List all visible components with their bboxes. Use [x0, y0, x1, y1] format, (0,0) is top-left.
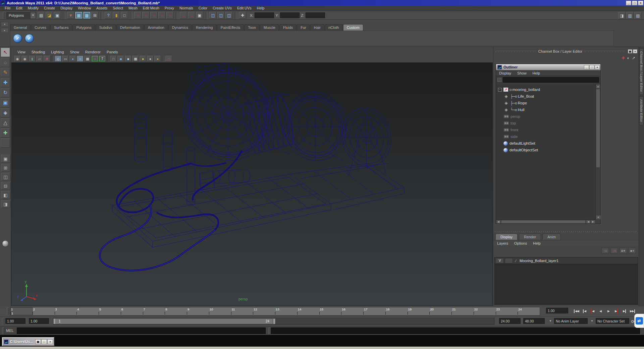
time-slider-drag-handle[interactable] — [7, 308, 9, 314]
collapse-icon[interactable]: − — [498, 88, 502, 92]
2d-pan-zoom-icon[interactable]: ✚ — [44, 56, 50, 62]
outliner-item-front[interactable]: front — [496, 127, 595, 133]
filter-icon[interactable] — [497, 78, 501, 82]
menu-color[interactable]: Color — [196, 6, 210, 11]
menu-help[interactable]: Help — [254, 6, 267, 11]
new-empty-layer-icon[interactable]: ≡+ — [620, 248, 627, 254]
z-input[interactable] — [306, 12, 325, 18]
frame-3[interactable]: 3 — [55, 307, 77, 315]
frame-22[interactable]: 22 — [474, 307, 496, 315]
menu-proxy[interactable]: Proxy — [162, 6, 177, 11]
shelf-tab-polygons[interactable]: Polygons — [72, 24, 95, 31]
snap-to-grids-icon[interactable]: ∩ — [134, 12, 142, 19]
paint-select-tool[interactable]: ✎ — [1, 68, 10, 77]
use-default-material-icon[interactable]: ▩ — [132, 56, 139, 62]
ipr-render-icon[interactable]: ◫ — [217, 12, 225, 19]
frame-9[interactable]: 9 — [187, 307, 209, 315]
menu-create-uvs[interactable]: Create UVs — [210, 6, 234, 11]
toolbar-separator[interactable] — [100, 12, 103, 19]
menu-normals[interactable]: Normals — [177, 6, 196, 11]
animation-start-field[interactable]: 1.00 — [5, 318, 25, 324]
resolution-gate-icon[interactable]: ● — [69, 56, 76, 62]
new-layer-from-selected-icon[interactable]: ●+ — [629, 248, 636, 254]
windows-taskbar[interactable] — [0, 347, 644, 349]
collapsed-explorer-window[interactable]: C:\Users\Us... ▣□× — [2, 337, 54, 346]
panel-divider[interactable] — [495, 231, 637, 232]
mel-label[interactable]: MEL — [6, 329, 14, 333]
bookmarks-icon[interactable]: ▮ — [29, 56, 36, 62]
outliner-close-button[interactable]: × — [595, 65, 600, 69]
tab-attribute-editor[interactable]: Attribute Editor — [639, 96, 644, 125]
scroll-right-icon[interactable]: ▶ — [591, 220, 595, 224]
move-layer-up-icon[interactable]: ↑≡ — [601, 248, 609, 254]
layer-menu-options[interactable]: Options — [511, 241, 530, 245]
window-titlebar[interactable]: Autodesk Maya 2011 x64: D:\!June2\Moorin… — [0, 0, 644, 6]
display-toggle-icon[interactable]: ◐ — [627, 56, 630, 60]
frame-7[interactable]: 7 — [143, 307, 165, 315]
snap-to-planes-icon[interactable]: ∩ — [158, 12, 166, 19]
camera-select-icon[interactable]: ◉ — [14, 56, 21, 62]
layer-editor-tab-anim[interactable]: Anim — [542, 234, 561, 240]
playback-range-bar[interactable]: 1 24 — [55, 318, 273, 324]
outliner-item-defaultlightset[interactable]: defaultLightSet — [496, 140, 595, 147]
toolbar-separator[interactable] — [175, 12, 178, 19]
pop-out-icon[interactable]: ↗ — [632, 56, 635, 60]
toolbar-separator[interactable] — [234, 12, 237, 19]
menu-mesh[interactable]: Mesh — [126, 6, 140, 11]
explorer-maximize-button[interactable]: □ — [41, 339, 47, 344]
play-forwards-button[interactable]: ▶ — [604, 307, 612, 315]
panel-menu-lighting[interactable]: Lighting — [48, 49, 67, 55]
step-back-frame-button[interactable]: ◀ — [580, 307, 588, 315]
lighting-default-icon[interactable]: ● — [147, 56, 154, 62]
input-connections-icon[interactable]: → — [180, 12, 187, 19]
outliner-titlebar[interactable]: Outliner _□× — [496, 64, 600, 70]
command-line-drag-handle[interactable] — [2, 328, 4, 334]
step-forward-key-button[interactable]: ▶ — [612, 307, 621, 315]
shelf-tab-fur[interactable]: Fur — [297, 24, 310, 31]
anim-layer-selector[interactable]: No Anim Layer — [554, 318, 588, 324]
outliner-minimize-button[interactable]: _ — [584, 65, 589, 69]
menu-set-selector[interactable]: Polygons ▼ — [6, 12, 36, 19]
toggle-ui-elements-icon[interactable]: ◨ — [618, 12, 626, 19]
shelf-tab-rendering[interactable]: Rendering — [192, 24, 217, 31]
layout-single-perspective[interactable]: ▣ — [1, 155, 10, 163]
custom-shelf-button-2[interactable]: ✓ — [25, 34, 34, 43]
frame-11[interactable]: 11 — [231, 307, 253, 315]
explorer-close-button[interactable]: × — [47, 339, 53, 344]
shelf-tab-deformation[interactable]: Deformation — [116, 24, 144, 31]
output-connections-icon[interactable]: → — [188, 12, 195, 19]
select-by-component-icon[interactable]: ▩ — [83, 12, 91, 19]
select-by-hierarchy-icon[interactable]: ▼ — [67, 12, 74, 19]
toolbar-separator[interactable] — [205, 12, 208, 19]
toggle-panel-layout-icon[interactable]: ▥ — [626, 12, 634, 19]
outliner-item-persp[interactable]: persp — [496, 113, 595, 120]
sphere-layout-button[interactable] — [2, 240, 9, 247]
outliner-item-defaultobjectset[interactable]: defaultObjectSet — [496, 147, 595, 153]
frame-14[interactable]: 14 — [297, 307, 319, 315]
close-panel-button[interactable]: × — [633, 49, 637, 53]
shaded-display-icon[interactable]: ■ — [117, 56, 124, 62]
help-icon[interactable]: ? — [105, 12, 112, 19]
frame-24[interactable]: 24 — [518, 307, 540, 315]
frame-10[interactable]: 10 — [209, 307, 231, 315]
scale-tool[interactable]: ▣ — [1, 98, 10, 107]
outliner-item-hull[interactable]: ◈└─oHull — [496, 106, 595, 113]
shelf-item-menu-button[interactable]: ▸ — [1, 28, 9, 33]
shelf-tab-curves[interactable]: Curves — [31, 24, 50, 31]
vertical-scroll-thumb[interactable] — [596, 89, 600, 167]
scroll-down-icon[interactable]: ▼ — [596, 215, 601, 219]
frame-21[interactable]: 21 — [451, 307, 474, 315]
menu-edit-mesh[interactable]: Edit Mesh — [140, 6, 162, 11]
frame-8[interactable]: 8 — [165, 307, 187, 315]
panel-menu-panels[interactable]: Panels — [104, 49, 121, 55]
playback-speed-field[interactable]: 1.00 — [546, 308, 568, 313]
layer-name[interactable]: Mooring_Bollard_layer1 — [519, 259, 558, 263]
menu-edit[interactable]: Edit — [13, 6, 25, 11]
maximize-button[interactable]: □ — [632, 1, 637, 5]
outliner-item-mooring-bollard[interactable]: −↗omooring_bollard — [496, 86, 595, 93]
time-ruler[interactable]: 1123456789101112131415161718192021222324 — [10, 307, 540, 315]
panel-menu-show[interactable]: Show — [67, 49, 83, 55]
shelf-tab-toon[interactable]: Toon — [244, 24, 260, 31]
menu-assets[interactable]: Assets — [94, 6, 110, 11]
x-input[interactable] — [255, 12, 274, 18]
